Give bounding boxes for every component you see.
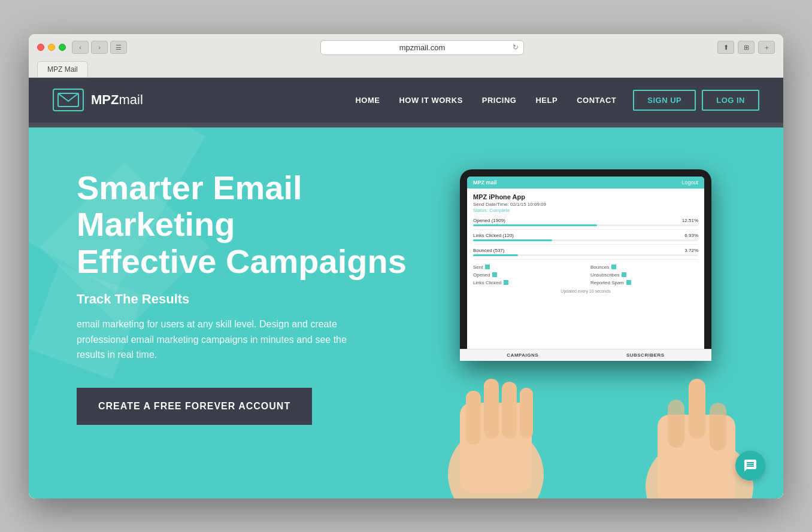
browser-actions: ⬆ ⊞ ＋ xyxy=(717,41,775,54)
svg-rect-9 xyxy=(689,379,705,439)
ipad-stat-opened-label: Opened (1909) xyxy=(473,218,505,223)
hero-title-line1: Smarter Email Marketing xyxy=(77,169,302,244)
ipad-stat-bounced-label: Bounced (537) xyxy=(473,248,504,253)
nav-divider xyxy=(29,123,783,127)
ipad-screen-header: MPZ mail Logout xyxy=(467,177,704,189)
ipad-metrics-grid: Sent Bounces Opened xyxy=(473,265,698,285)
ipad-stat-bounced-bar xyxy=(473,254,518,256)
ipad-stat-clicked: Links Clicked (120) 6.93% xyxy=(473,233,698,245)
ipad-visual: MPZ mail Logout MPZ iPhone App Send Date… xyxy=(448,151,747,498)
browser-chrome: ‹ › ☰ mpzmail.com ↻ ⬆ ⊞ ＋ MPZ Mail xyxy=(29,34,783,78)
ipad-metric-sent-dot xyxy=(485,265,490,269)
ipad-stat-bounced: Bounced (537) 3.72% xyxy=(473,248,698,260)
left-hand xyxy=(442,355,550,498)
tab-title: MPZ Mail xyxy=(47,65,78,74)
chat-icon xyxy=(743,458,758,473)
ipad-metric-links-dot xyxy=(504,280,508,285)
nav-how-it-works[interactable]: HOW IT WORKS xyxy=(399,96,462,105)
ipad-stat-opened-bar xyxy=(473,224,597,226)
svg-rect-11 xyxy=(668,400,684,448)
ipad-screen: MPZ mail Logout MPZ iPhone App Send Date… xyxy=(467,177,704,354)
left-hand-svg xyxy=(442,355,550,498)
ipad-metric-links-label: Links Clicked xyxy=(473,280,501,285)
ipad-stat-bounced-pct: 3.72% xyxy=(684,248,698,253)
ipad-stat-clicked-bar xyxy=(473,239,552,241)
logo: MPZmail xyxy=(53,89,143,111)
hands-visual xyxy=(430,331,765,498)
hero-description: email marketing for users at any skill l… xyxy=(77,317,364,363)
sidebar-button[interactable]: ☰ xyxy=(110,41,127,54)
svg-rect-5 xyxy=(502,382,517,439)
ipad-stat-opened: Opened (1909) 12.51% xyxy=(473,218,698,230)
svg-rect-6 xyxy=(520,388,533,439)
traffic-lights xyxy=(37,44,66,51)
minimize-button[interactable] xyxy=(48,44,55,51)
ipad-update-label: Updated every 10 seconds xyxy=(473,289,698,293)
address-bar[interactable]: mpzmail.com ↻ xyxy=(320,40,524,55)
ipad-screen-content: MPZ iPhone App Send Date/Time: 02/1/15 1… xyxy=(467,189,704,298)
tab-bar: MPZ Mail xyxy=(37,61,775,77)
ipad-metric-unsub: Unsubscribes xyxy=(590,272,698,278)
hero-section: Smarter Email Marketing Effective Campai… xyxy=(29,127,783,498)
ipad-logout: Logout xyxy=(681,180,698,186)
ipad-metric-opened-dot xyxy=(492,272,497,277)
close-button[interactable] xyxy=(37,44,44,51)
ipad-metric-bounces-label: Bounces xyxy=(590,265,609,270)
ipad-metric-spam: Reported Spam xyxy=(590,280,698,285)
ipad-metric-unsub-label: Unsubscribes xyxy=(590,272,619,278)
logo-bold: MPZ xyxy=(91,92,119,107)
ipad-stat-opened-pct: 12.51% xyxy=(682,218,698,223)
active-tab[interactable]: MPZ Mail xyxy=(37,61,88,77)
address-bar-container: mpzmail.com ↻ xyxy=(133,40,711,55)
ipad-metric-spam-label: Reported Spam xyxy=(590,280,624,285)
nav-buttons: ‹ › ☰ xyxy=(72,41,127,54)
logo-light: mail xyxy=(119,92,143,107)
ipad-metric-sent: Sent xyxy=(473,265,581,270)
browser-titlebar: ‹ › ☰ mpzmail.com ↻ ⬆ ⊞ ＋ xyxy=(37,40,775,55)
nav-help[interactable]: HELP xyxy=(535,96,558,105)
ipad-container: MPZ mail Logout MPZ iPhone App Send Date… xyxy=(448,151,747,498)
nav-contact[interactable]: CONTACT xyxy=(577,96,616,105)
nav-home[interactable]: HOME xyxy=(355,96,380,105)
browser-window: ‹ › ☰ mpzmail.com ↻ ⬆ ⊞ ＋ MPZ Mail xyxy=(29,34,783,498)
ipad-metric-links: Links Clicked xyxy=(473,280,581,285)
back-button[interactable]: ‹ xyxy=(72,41,89,54)
new-tab-button[interactable]: ⊞ xyxy=(738,41,755,54)
url-text: mpzmail.com xyxy=(399,43,446,52)
ipad-metric-bounces-dot xyxy=(611,265,616,269)
envelope-icon xyxy=(57,93,79,107)
ipad-app-title: MPZ iPhone App xyxy=(473,193,698,200)
site-nav: MPZmail HOME HOW IT WORKS PRICING HELP C… xyxy=(29,78,783,123)
ipad-send-date: Send Date/Time: 02/1/15 10:09:09 xyxy=(473,202,698,207)
share-button[interactable]: ⬆ xyxy=(717,41,734,54)
ipad-metric-spam-dot xyxy=(626,280,631,285)
signup-button[interactable]: SIGN UP xyxy=(633,90,696,111)
ipad-status: Status: Complete xyxy=(473,208,698,213)
hero-cta-button[interactable]: CREATE A FREE FOREVER ACCOUNT xyxy=(77,388,312,425)
chat-button[interactable] xyxy=(735,451,765,481)
logo-icon xyxy=(53,89,84,111)
ipad-metric-sent-label: Sent xyxy=(473,265,483,270)
ipad-metric-opened-label: Opened xyxy=(473,272,490,278)
ipad-stat-clicked-pct: 6.93% xyxy=(684,233,698,238)
login-button[interactable]: LOG IN xyxy=(702,90,759,111)
svg-rect-10 xyxy=(710,403,726,451)
ipad-metric-unsub-dot xyxy=(622,272,626,277)
hero-title-line2: Effective Campaigns xyxy=(77,242,407,280)
ipad-header-title: MPZ mail xyxy=(473,180,497,186)
nav-pricing[interactable]: PRICING xyxy=(482,96,517,105)
forward-button[interactable]: › xyxy=(91,41,108,54)
nav-links: HOME HOW IT WORKS PRICING HELP CONTACT xyxy=(355,96,616,105)
maximize-button[interactable] xyxy=(59,44,66,51)
hero-content: Smarter Email Marketing Effective Campai… xyxy=(77,169,439,425)
refresh-icon[interactable]: ↻ xyxy=(513,43,519,51)
nav-cta-group: SIGN UP LOG IN xyxy=(633,90,759,111)
svg-rect-4 xyxy=(484,379,499,439)
hero-title: Smarter Email Marketing Effective Campai… xyxy=(77,169,439,280)
ipad-metric-bounces: Bounces xyxy=(590,265,698,270)
ipad-stat-clicked-label: Links Clicked (120) xyxy=(473,233,514,238)
logo-text: MPZmail xyxy=(91,92,143,108)
add-tab-button[interactable]: ＋ xyxy=(758,41,775,54)
ipad-metric-opened: Opened xyxy=(473,272,581,278)
hero-subtitle: Track The Results xyxy=(77,291,439,307)
